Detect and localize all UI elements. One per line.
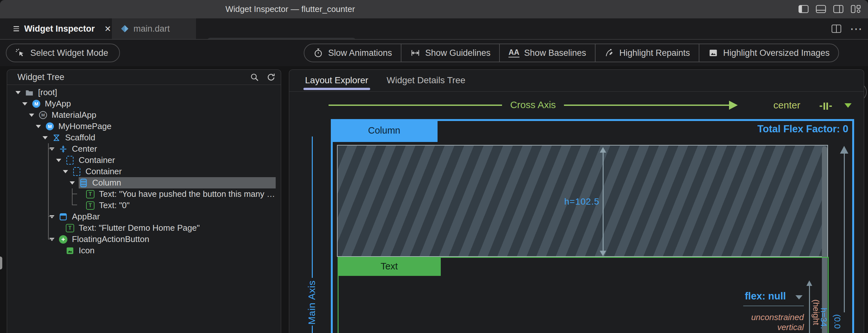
tree-node-label: Center — [72, 144, 97, 154]
cross-axis-arrow-line — [564, 104, 729, 106]
tab-bar: Widget Inspector ✕ main.dart — [0, 19, 868, 39]
tree-connector-line — [72, 193, 77, 194]
arrow-up-icon — [600, 147, 606, 153]
inspector-toolbar: Select Widget Mode Slow AnimationsShow G… — [0, 39, 868, 66]
toggle-slow-animations[interactable]: Slow Animations — [304, 44, 401, 62]
column-constraint-arrow-line — [844, 147, 845, 312]
tree-node-label: FloatingActionButton — [72, 234, 149, 244]
close-icon[interactable]: ✕ — [104, 24, 111, 34]
svg-text:M: M — [41, 113, 44, 117]
text-widget-tab[interactable]: Text — [338, 257, 441, 276]
tree-node-label: Text: "0" — [99, 201, 130, 210]
toggle-bottom-panel-icon[interactable] — [816, 5, 826, 13]
widget-tree-panel: Widget Tree [root]MMyAppMMaterialAppMMyH… — [7, 69, 281, 333]
toggle-left-panel-icon[interactable] — [798, 5, 809, 13]
tree-node-scaffold[interactable]: Scaffold — [7, 132, 281, 143]
main-axis-arrow-line — [312, 326, 313, 333]
tree-node-label: Text: "Flutter Demo Home Page" — [79, 223, 199, 233]
toggle-label: Highlight Oversized Images — [723, 48, 830, 58]
window-controls — [798, 5, 861, 13]
divider — [289, 91, 864, 92]
svg-text:M: M — [48, 124, 52, 129]
center-widget-icon — [58, 144, 68, 154]
tab-widget-details-tree[interactable]: Widget Details Tree — [386, 70, 465, 91]
chevron-down-icon[interactable] — [70, 181, 79, 185]
tree-node-label: Icon — [79, 246, 94, 255]
toggle-label: Slow Animations — [328, 48, 392, 58]
cross-axis-arrowhead-icon — [729, 101, 738, 110]
toggle-highlight-oversized-images[interactable]: Highlight Oversized Images — [699, 44, 838, 62]
app-window: Widget Inspector — flutter_counter Widge… — [0, 0, 868, 333]
tree-node-myhomepage[interactable]: MMyHomePage — [7, 121, 281, 132]
text-widget-icon: T — [65, 223, 75, 233]
tree-connector-line — [48, 239, 53, 239]
cross-axis-arrow-line — [329, 104, 502, 106]
inspector-toggle-group: Slow AnimationsShow GuidelinesAAShow Bas… — [304, 43, 839, 62]
select-widget-mode-label: Select Widget Mode — [30, 48, 108, 58]
widget-tree-title: Widget Tree — [18, 70, 64, 85]
select-widget-mode-button[interactable]: Select Widget Mode — [6, 43, 120, 62]
toggle-right-panel-icon[interactable] — [833, 5, 843, 13]
scrollbar-thumb[interactable] — [0, 256, 2, 269]
tab-widget-inspector[interactable]: Widget Inspector ✕ — [0, 19, 109, 39]
toggle-label: Show Baselines — [524, 48, 586, 58]
tree-node-root[interactable]: [root] — [7, 87, 281, 98]
toggle-highlight-repaints[interactable]: Highlight Repaints — [595, 44, 699, 62]
column-widget-tab[interactable]: Column — [331, 119, 438, 142]
tree-node-myapp[interactable]: MMyApp — [7, 98, 281, 110]
chevron-down-icon[interactable] — [796, 295, 803, 299]
chevron-down-icon[interactable] — [36, 125, 45, 128]
m-filled-widget-icon: M — [45, 122, 55, 131]
tree-node-label: MyHomePage — [58, 121, 112, 131]
split-editor-icon[interactable] — [831, 24, 842, 33]
customize-layout-icon[interactable] — [850, 5, 861, 13]
toggle-show-guidelines[interactable]: Show Guidelines — [401, 44, 499, 62]
tree-node-label: [root] — [38, 87, 57, 97]
column-constraint-annotation: (0.0 — [832, 314, 842, 329]
m-filled-widget-icon: M — [31, 99, 41, 109]
tree-node-icon[interactable]: Icon — [7, 245, 281, 256]
slow-animations-icon — [313, 48, 323, 58]
column-widget-icon — [79, 178, 88, 188]
container-widget-icon — [65, 155, 75, 165]
tree-connector-line — [48, 143, 49, 239]
flex-dropdown-underline — [743, 306, 804, 306]
container-widget-icon — [72, 167, 82, 177]
tree-node-label: Text: "You have pushed the button this m… — [99, 189, 275, 199]
widget-tree-header: Widget Tree — [7, 70, 281, 85]
tree-node-label: Container — [86, 166, 122, 177]
text-widget-icon: T — [86, 189, 95, 199]
more-actions-icon[interactable]: ⋯ — [850, 24, 862, 34]
toggle-show-baselines[interactable]: AAShow Baselines — [499, 44, 595, 62]
chevron-down-icon[interactable] — [63, 170, 72, 173]
appbar-widget-icon — [58, 212, 68, 222]
layout-explorer-panel: Layout Explorer Widget Details Tree Cros… — [289, 69, 864, 333]
tree-node-label: MaterialApp — [52, 110, 96, 120]
cross-axis-alignment-value[interactable]: center — [763, 100, 800, 111]
chevron-down-icon[interactable] — [844, 103, 851, 108]
title-bar: Widget Inspector — flutter_counter — [0, 0, 868, 19]
tree-node-label: AppBar — [72, 212, 100, 222]
flex-dropdown-value[interactable]: flex: null — [745, 291, 786, 302]
tab-label: main.dart — [133, 24, 170, 34]
toggle-label: Show Guidelines — [425, 48, 491, 58]
chevron-down-icon[interactable] — [22, 102, 31, 105]
height-annotation: h=102.5 — [544, 196, 599, 207]
tab-bar-actions: ⋯ — [831, 19, 862, 39]
scrollbar-thumb[interactable] — [822, 146, 827, 333]
tab-main-dart[interactable]: main.dart — [112, 19, 196, 39]
arrow-up-icon — [840, 146, 848, 154]
tree-connector-line — [48, 148, 53, 149]
toggle-label: Highlight Repaints — [619, 48, 690, 58]
text-height-annotation: h=34. — [819, 308, 829, 329]
refresh-icon[interactable] — [267, 72, 276, 82]
chevron-down-icon[interactable] — [29, 114, 38, 117]
main-axis-label: Main Axis — [305, 278, 319, 325]
search-icon[interactable] — [250, 72, 259, 82]
chevron-down-icon[interactable] — [56, 159, 65, 162]
tree-node-materialapp[interactable]: MMaterialApp — [7, 110, 281, 121]
arrow-up-icon — [806, 280, 812, 286]
chevron-down-icon[interactable] — [16, 91, 25, 94]
chevron-down-icon[interactable] — [42, 136, 52, 140]
highlight-oversized-images-icon — [708, 48, 718, 58]
